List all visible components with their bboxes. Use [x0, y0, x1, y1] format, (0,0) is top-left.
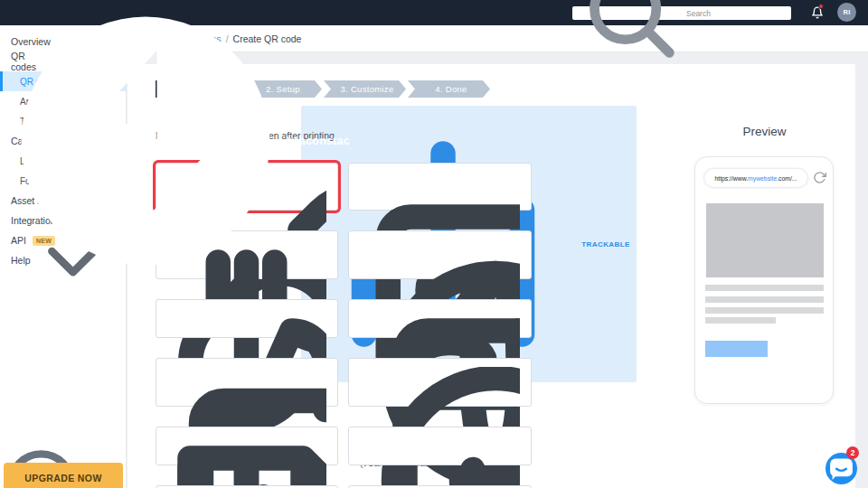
card-app-download[interactable]: App DownloadLink to your app on the Andr…: [156, 358, 338, 407]
avatar[interactable]: RI: [837, 3, 856, 22]
url-suffix: .com/...: [777, 175, 797, 182]
url-highlight: mywebsite: [748, 175, 777, 182]
chat-unread-badge: 2: [846, 446, 859, 459]
notification-dot: [818, 4, 824, 9]
card-coupon-code[interactable]: Coupon CodeShare a coupon code: [156, 427, 338, 465]
brand-name: beaconstac: [286, 135, 350, 147]
preview-title: Preview: [694, 125, 835, 138]
card-pdf[interactable]: PDFLink to PDF file(s): [348, 299, 532, 338]
url-prefix: https://www.: [714, 175, 748, 182]
card-social-media[interactable]: Social MediaLink to your social media pa…: [348, 427, 532, 465]
coupon-icon: [167, 436, 326, 488]
skeleton-text-line: [705, 296, 824, 303]
preview-url-bar: https://www.mywebsite.com/...: [704, 169, 807, 187]
card-location[interactable]: LocationPoint to any location on Google …: [348, 358, 532, 407]
card-vcard[interactable]: Digital Business Card (vCard)Create your…: [348, 163, 532, 211]
search-bar: [572, 6, 791, 20]
refresh-icon[interactable]: [813, 171, 826, 184]
upgrade-now-button[interactable]: UPGRADE NOW: [4, 463, 123, 488]
brand-logo[interactable]: beaconstac: [10, 5, 350, 277]
hashtag-icon: [360, 436, 520, 488]
skeleton-text-line: [705, 285, 824, 291]
search-icon: [577, 0, 683, 66]
search-input[interactable]: [686, 9, 787, 18]
skeleton-button-block: [705, 341, 768, 357]
trackable-badge-label: TRACKABLE: [581, 240, 629, 249]
phone-mockup: https://www.mywebsite.com/...: [694, 156, 834, 404]
skeleton-image-block: [706, 203, 824, 277]
card-title-row: Coupon Code: [167, 436, 326, 488]
skeleton-text-line: [705, 307, 824, 314]
preview-panel: Preview https://www.mywebsite.com/...: [694, 125, 835, 404]
skeleton-text-line: [705, 317, 776, 324]
card-title-row: Social Media: [360, 436, 520, 488]
card-landing-page[interactable]: Landing PageCreate a mobile-friendly pag…: [348, 230, 532, 279]
top-bar: beaconstac RI: [0, 0, 868, 25]
step-done[interactable]: 4. Done: [408, 80, 490, 98]
brand-icon: [10, 5, 281, 277]
card-form[interactable]: FormCreate a form and link to it: [156, 299, 338, 338]
